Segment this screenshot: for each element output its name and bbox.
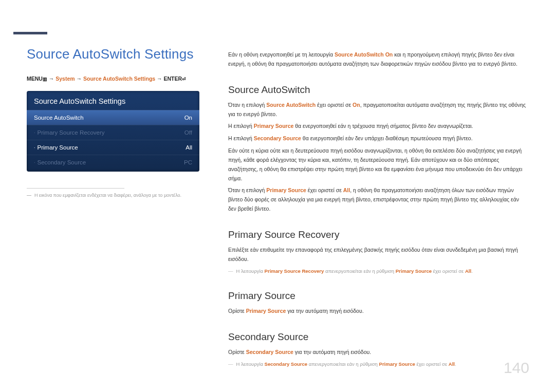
bc-enter: ENTER [164,76,182,82]
highlight: All [465,268,471,274]
text: θα ενεργοποιηθεί εάν η τρέχουσα πηγή σήμ… [293,123,473,129]
osd-row-value: PC [184,159,192,165]
dash-icon: ― [228,360,233,368]
highlight: Secondary Source [246,349,293,355]
footnote-divider [27,188,124,189]
text: Εάν η οθόνη ενεργοποιηθεί με τη λειτουργ… [228,51,335,58]
highlight: Primary Source [266,187,306,193]
text: Ορίστε [228,349,246,355]
text: έχει οριστεί σε [432,268,465,274]
osd-row-value: All [186,144,192,151]
bc-arrow: → [49,76,55,82]
text: . [471,268,473,274]
osd-row-secondary-source: ·Secondary Source PC [27,155,199,170]
highlight: On [353,102,360,108]
osd-row-primary-recovery: ·Primary Source Recovery Off [27,125,199,140]
page-number: 140 [504,359,529,377]
text: για την αυτόματη πηγή εισόδου. [293,349,371,355]
dash-icon: ― [27,193,31,198]
bc-settings: Source AutoSwitch Settings [83,76,155,82]
sec4-note: ― Η λειτουργία Secondary Source απενεργο… [228,360,528,368]
menu-icon: ▥ [43,77,47,82]
text: Όταν η επιλογή [228,187,266,193]
text: έχει οριστεί σε [306,187,343,193]
sec1-p5: Όταν η επιλογή Primary Source έχει οριστ… [228,186,528,214]
sec2-p1: Επιλέξτε εάν επιθυμείτε την επαναφορά τη… [228,246,528,264]
text: Όταν η επιλογή [228,102,266,108]
text: απενεργοποιείται εάν η ρύθμιση [307,361,379,367]
header-accent-bar [13,32,47,34]
sec1-p2: Η επιλογή Primary Source θα ενεργοποιηθε… [228,122,528,131]
osd-row-value: On [184,115,192,121]
bc-system: System [55,76,75,82]
osd-row-label: Source AutoSwitch [34,115,84,121]
osd-panel: Source AutoSwitch Settings Source AutoSw… [27,91,199,172]
sec3-p1: Ορίστε Primary Source για την αυτόματη π… [228,307,528,316]
enter-icon: ⏎ [182,77,186,82]
osd-row-label: Primary Source Recovery [38,129,105,136]
bc-arrow: → [157,76,163,82]
osd-row-source-autoswitch[interactable]: Source AutoSwitch On [27,110,199,125]
sec4-p1: Ορίστε Secondary Source για την αυτόματη… [228,348,528,357]
section-heading-autoswitch: Source AutoSwitch [228,84,528,96]
text: Η λειτουργία [236,268,265,274]
bc-arrow: → [77,76,83,82]
sec1-p1: Όταν η επιλογή Source AutoSwitch έχει ορ… [228,101,528,119]
highlight: Primary Source Recovery [265,268,324,274]
dash-icon: ― [228,267,233,275]
sec1-p3: Η επιλογή Secondary Source θα ενεργοποιη… [228,134,528,143]
osd-row-label: Secondary Source [38,159,86,165]
text: θα ενεργοποιηθεί εάν δεν υπάρχει διαθέσι… [301,135,473,141]
highlight: Primary Source [379,361,415,367]
bc-menu: MENU [27,76,43,82]
highlight: All [343,187,350,193]
highlight: Source AutoSwitch On [335,51,393,58]
highlight: Secondary Source [265,361,307,367]
highlight: Source AutoSwitch [266,102,316,108]
bullet-icon: · [34,145,35,150]
osd-row-value: Off [184,129,192,136]
bullet-icon: · [34,130,35,135]
text: Η επιλογή [228,123,254,129]
section-heading-secondary: Secondary Source [228,331,528,343]
osd-row-primary-source[interactable]: ·Primary Source All [27,140,199,155]
breadcrumb: MENU▥ → System → Source AutoSwitch Setti… [27,76,199,82]
highlight: All [449,361,455,367]
highlight: Secondary Source [254,135,301,141]
sec2-note: ― Η λειτουργία Primary Source Recovery α… [228,267,528,275]
osd-title: Source AutoSwitch Settings [27,91,199,110]
highlight: Primary Source [254,123,294,129]
text: Η επιλογή [228,135,254,141]
sec1-p4: Εάν ούτε η κύρια ούτε και η δευτερεύουσα… [228,146,528,183]
page-title: Source AutoSwitch Settings [27,46,199,62]
text: Η λειτουργία [236,361,265,367]
section-heading-recovery: Primary Source Recovery [228,229,528,240]
intro-paragraph: Εάν η οθόνη ενεργοποιηθεί με τη λειτουργ… [228,50,528,69]
text: έχει οριστεί σε [316,102,353,108]
text: έχει οριστεί σε [415,361,449,367]
left-column: Source AutoSwitch Settings MENU▥ → Syste… [27,46,199,368]
left-footnote: ― Η εικόνα που εμφανίζεται ενδέχεται να … [27,193,199,198]
highlight: Primary Source [396,268,432,274]
text: . [455,361,456,367]
section-heading-primary: Primary Source [228,290,528,302]
page-container: Source AutoSwitch Settings MENU▥ → Syste… [0,0,555,368]
text: για την αυτόματη πηγή εισόδου. [286,308,363,314]
text: Ορίστε [228,308,246,314]
bullet-icon: · [34,160,35,165]
right-column: Εάν η οθόνη ενεργοποιηθεί με τη λειτουργ… [228,46,528,368]
highlight: Primary Source [246,308,286,314]
footnote-text: Η εικόνα που εμφανίζεται ενδέχεται να δι… [34,193,181,198]
osd-row-label: Primary Source [38,144,78,151]
text: απενεργοποιείται εάν η ρύθμιση [324,268,396,274]
